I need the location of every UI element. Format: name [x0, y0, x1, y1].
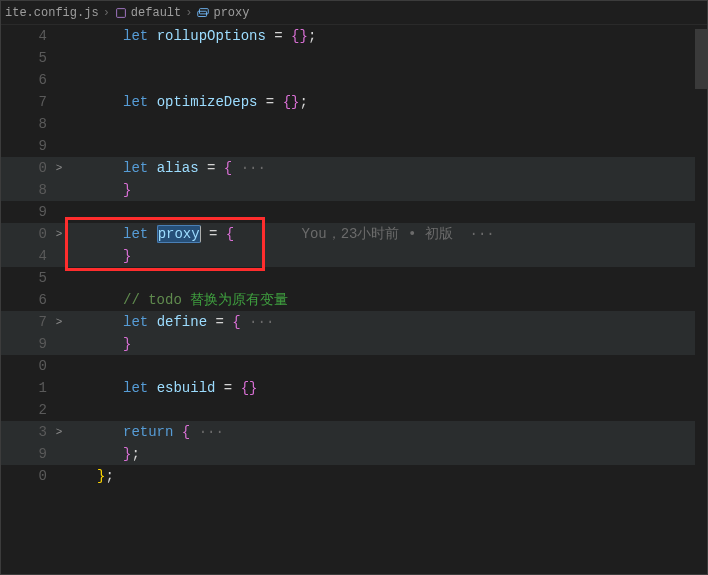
code-line[interactable]: 7let optimizeDeps = {};	[1, 91, 707, 113]
breadcrumb-file[interactable]: ite.config.js	[5, 2, 99, 24]
line-number: 4	[1, 245, 51, 267]
line-number: 0	[1, 465, 51, 487]
breadcrumb-symbol[interactable]: proxy	[196, 2, 249, 24]
code-line[interactable]: 4let rollupOptions = {};	[1, 25, 707, 47]
line-content[interactable]: }	[67, 333, 707, 355]
line-number: 9	[1, 443, 51, 465]
line-number: 3	[1, 421, 51, 443]
breadcrumb-symbol-label: proxy	[213, 2, 249, 24]
code-line[interactable]: 5	[1, 267, 707, 289]
code-line[interactable]: 0>let proxy = { You，23小时前 • 初版 ···	[1, 223, 707, 245]
line-number: 9	[1, 135, 51, 157]
breadcrumb[interactable]: ite.config.js › default › proxy	[1, 1, 707, 25]
git-blame-annotation: You，23小时前 • 初版 ···	[301, 226, 494, 242]
line-number: 5	[1, 267, 51, 289]
breadcrumb-symbol-label: default	[131, 2, 181, 24]
fold-icon[interactable]: >	[51, 311, 67, 333]
code-line[interactable]: 9	[1, 135, 707, 157]
line-content[interactable]: let optimizeDeps = {};	[67, 91, 707, 113]
code-line[interactable]: 7>let define = { ···	[1, 311, 707, 333]
code-line[interactable]: 2	[1, 399, 707, 421]
variable-icon	[196, 6, 210, 20]
line-content[interactable]: let define = { ···	[67, 311, 707, 333]
line-content[interactable]: };	[67, 443, 707, 465]
breadcrumb-symbol[interactable]: default	[114, 2, 181, 24]
scrollbar-thumb[interactable]	[695, 29, 707, 89]
line-number: 9	[1, 333, 51, 355]
line-content[interactable]: }	[67, 179, 707, 201]
code-line[interactable]: 9};	[1, 443, 707, 465]
code-line[interactable]: 5	[1, 47, 707, 69]
line-number: 2	[1, 399, 51, 421]
line-number: 8	[1, 113, 51, 135]
code-line[interactable]: 8	[1, 113, 707, 135]
line-content[interactable]: let proxy = { You，23小时前 • 初版 ···	[67, 223, 707, 245]
line-content[interactable]: }	[67, 245, 707, 267]
line-number: 0	[1, 355, 51, 377]
module-icon	[114, 6, 128, 20]
selected-text[interactable]: proxy	[157, 225, 201, 243]
code-line[interactable]: 3>return { ···	[1, 421, 707, 443]
code-line[interactable]: 0	[1, 355, 707, 377]
fold-icon[interactable]: >	[51, 223, 67, 245]
code-line[interactable]: 0>let alias = { ···	[1, 157, 707, 179]
line-number: 7	[1, 311, 51, 333]
code-line[interactable]: 6// todo 替换为原有变量	[1, 289, 707, 311]
line-number: 6	[1, 69, 51, 91]
line-content[interactable]: let alias = { ···	[67, 157, 707, 179]
line-number: 0	[1, 223, 51, 245]
line-content[interactable]: let esbuild = {}	[67, 377, 707, 399]
breadcrumb-separator-icon: ›	[103, 2, 110, 24]
line-number: 1	[1, 377, 51, 399]
line-content[interactable]: // todo 替换为原有变量	[67, 289, 707, 311]
line-number: 5	[1, 47, 51, 69]
line-content[interactable]: };	[67, 465, 707, 487]
code-editor[interactable]: ite.config.js › default › proxy 4let rol…	[0, 0, 708, 575]
line-number: 7	[1, 91, 51, 113]
fold-icon[interactable]: >	[51, 421, 67, 443]
code-line[interactable]: 9}	[1, 333, 707, 355]
code-line[interactable]: 6	[1, 69, 707, 91]
line-number: 8	[1, 179, 51, 201]
breadcrumb-separator-icon: ›	[185, 2, 192, 24]
line-content[interactable]: return { ···	[67, 421, 707, 443]
line-number: 9	[1, 201, 51, 223]
code-line[interactable]: 4}	[1, 245, 707, 267]
code-area[interactable]: 4let rollupOptions = {};567let optimizeD…	[1, 25, 707, 574]
svg-rect-0	[116, 8, 125, 17]
code-line[interactable]: 1let esbuild = {}	[1, 377, 707, 399]
code-line[interactable]: 0};	[1, 465, 707, 487]
code-line[interactable]: 8}	[1, 179, 707, 201]
line-number: 6	[1, 289, 51, 311]
code-line[interactable]: 9	[1, 201, 707, 223]
scrollbar-track[interactable]	[695, 25, 707, 574]
line-content[interactable]: let rollupOptions = {};	[67, 25, 707, 47]
line-number: 0	[1, 157, 51, 179]
fold-icon[interactable]: >	[51, 157, 67, 179]
line-number: 4	[1, 25, 51, 47]
